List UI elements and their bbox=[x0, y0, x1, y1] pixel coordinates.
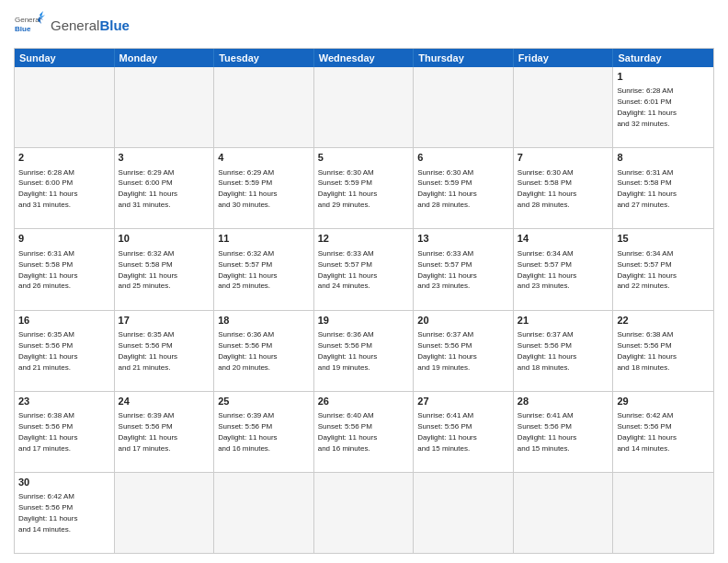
day-number: 17 bbox=[119, 314, 210, 327]
cell-sun-info: Sunrise: 6:38 AM Sunset: 5:56 PM Dayligh… bbox=[18, 411, 77, 453]
calendar-cell: 2Sunrise: 6:28 AM Sunset: 6:00 PM Daylig… bbox=[15, 148, 115, 228]
calendar-cell: 1Sunrise: 6:28 AM Sunset: 6:01 PM Daylig… bbox=[613, 67, 713, 147]
calendar-week-row: 16Sunrise: 6:35 AM Sunset: 5:56 PM Dayli… bbox=[15, 310, 713, 391]
calendar-cell: 29Sunrise: 6:42 AM Sunset: 5:56 PM Dayli… bbox=[613, 392, 713, 472]
day-number: 10 bbox=[119, 232, 210, 246]
cell-sun-info: Sunrise: 6:28 AM Sunset: 6:00 PM Dayligh… bbox=[18, 168, 77, 210]
calendar-cell bbox=[414, 473, 514, 553]
calendar-cell: 12Sunrise: 6:33 AM Sunset: 5:57 PM Dayli… bbox=[314, 229, 415, 309]
calendar-week-row: 2Sunrise: 6:28 AM Sunset: 6:00 PM Daylig… bbox=[15, 147, 713, 228]
calendar-cell: 16Sunrise: 6:35 AM Sunset: 5:56 PM Dayli… bbox=[15, 311, 115, 391]
day-number: 7 bbox=[518, 151, 609, 165]
svg-text:Blue: Blue bbox=[15, 25, 31, 33]
calendar-cell: 13Sunrise: 6:33 AM Sunset: 5:57 PM Dayli… bbox=[414, 229, 514, 309]
calendar-cell: 22Sunrise: 6:38 AM Sunset: 5:56 PM Dayli… bbox=[613, 311, 713, 391]
day-number: 25 bbox=[218, 395, 310, 408]
day-number: 11 bbox=[218, 232, 310, 246]
calendar-cell: 8Sunrise: 6:31 AM Sunset: 5:58 PM Daylig… bbox=[613, 148, 713, 228]
cell-sun-info: Sunrise: 6:38 AM Sunset: 5:56 PM Dayligh… bbox=[617, 330, 676, 372]
calendar-cell bbox=[414, 67, 514, 147]
calendar-header-cell: Tuesday bbox=[214, 49, 314, 67]
calendar-cell: 27Sunrise: 6:41 AM Sunset: 5:56 PM Dayli… bbox=[414, 392, 514, 472]
cell-sun-info: Sunrise: 6:32 AM Sunset: 5:58 PM Dayligh… bbox=[119, 249, 177, 291]
calendar-header: SundayMondayTuesdayWednesdayThursdayFrid… bbox=[15, 49, 713, 67]
day-number: 27 bbox=[417, 395, 509, 408]
day-number: 1 bbox=[617, 70, 710, 84]
cell-sun-info: Sunrise: 6:39 AM Sunset: 5:56 PM Dayligh… bbox=[218, 411, 277, 453]
day-number: 3 bbox=[119, 151, 210, 165]
day-number: 6 bbox=[417, 151, 509, 165]
calendar-header-cell: Thursday bbox=[414, 49, 514, 67]
cell-sun-info: Sunrise: 6:34 AM Sunset: 5:57 PM Dayligh… bbox=[518, 249, 576, 291]
cell-sun-info: Sunrise: 6:30 AM Sunset: 5:59 PM Dayligh… bbox=[417, 168, 476, 210]
calendar-cell: 3Sunrise: 6:29 AM Sunset: 6:00 PM Daylig… bbox=[115, 148, 215, 228]
logo-blue-text: Blue bbox=[99, 17, 130, 33]
cell-sun-info: Sunrise: 6:37 AM Sunset: 5:56 PM Dayligh… bbox=[417, 330, 476, 372]
calendar-cell: 20Sunrise: 6:37 AM Sunset: 5:56 PM Dayli… bbox=[414, 311, 514, 391]
calendar-cell bbox=[115, 473, 215, 553]
cell-sun-info: Sunrise: 6:40 AM Sunset: 5:56 PM Dayligh… bbox=[318, 411, 377, 453]
calendar-cell: 11Sunrise: 6:32 AM Sunset: 5:57 PM Dayli… bbox=[214, 229, 314, 309]
calendar-header-cell: Sunday bbox=[15, 49, 115, 67]
day-number: 4 bbox=[218, 151, 310, 165]
calendar-cell: 5Sunrise: 6:30 AM Sunset: 5:59 PM Daylig… bbox=[314, 148, 415, 228]
calendar-header-cell: Wednesday bbox=[314, 49, 415, 67]
calendar-week-row: 1Sunrise: 6:28 AM Sunset: 6:01 PM Daylig… bbox=[15, 67, 713, 147]
logo: General Blue GeneralBlue bbox=[14, 9, 130, 42]
calendar-cell: 19Sunrise: 6:36 AM Sunset: 5:56 PM Dayli… bbox=[314, 311, 415, 391]
calendar-cell: 21Sunrise: 6:37 AM Sunset: 5:56 PM Dayli… bbox=[514, 311, 614, 391]
calendar-cell bbox=[514, 473, 614, 553]
day-number: 14 bbox=[518, 232, 609, 246]
calendar-cell: 18Sunrise: 6:36 AM Sunset: 5:56 PM Dayli… bbox=[214, 311, 314, 391]
calendar-cell bbox=[214, 473, 314, 553]
day-number: 29 bbox=[617, 395, 710, 408]
cell-sun-info: Sunrise: 6:30 AM Sunset: 5:59 PM Dayligh… bbox=[318, 168, 377, 210]
calendar-cell: 6Sunrise: 6:30 AM Sunset: 5:59 PM Daylig… bbox=[414, 148, 514, 228]
calendar-cell: 25Sunrise: 6:39 AM Sunset: 5:56 PM Dayli… bbox=[214, 392, 314, 472]
day-number: 30 bbox=[18, 476, 110, 489]
cell-sun-info: Sunrise: 6:31 AM Sunset: 5:58 PM Dayligh… bbox=[18, 249, 77, 291]
cell-sun-info: Sunrise: 6:30 AM Sunset: 5:58 PM Dayligh… bbox=[518, 168, 576, 210]
calendar-cell: 30Sunrise: 6:42 AM Sunset: 5:56 PM Dayli… bbox=[15, 473, 115, 553]
calendar-cell bbox=[115, 67, 215, 147]
calendar-body: 1Sunrise: 6:28 AM Sunset: 6:01 PM Daylig… bbox=[15, 67, 713, 553]
day-number: 5 bbox=[318, 151, 410, 165]
calendar-cell: 28Sunrise: 6:41 AM Sunset: 5:56 PM Dayli… bbox=[514, 392, 614, 472]
calendar-cell: 4Sunrise: 6:29 AM Sunset: 5:59 PM Daylig… bbox=[214, 148, 314, 228]
day-number: 18 bbox=[218, 314, 310, 327]
calendar-cell: 10Sunrise: 6:32 AM Sunset: 5:58 PM Dayli… bbox=[115, 229, 215, 309]
cell-sun-info: Sunrise: 6:36 AM Sunset: 5:56 PM Dayligh… bbox=[318, 330, 377, 372]
day-number: 23 bbox=[18, 395, 110, 408]
cell-sun-info: Sunrise: 6:41 AM Sunset: 5:56 PM Dayligh… bbox=[518, 411, 576, 453]
cell-sun-info: Sunrise: 6:37 AM Sunset: 5:56 PM Dayligh… bbox=[518, 330, 576, 372]
day-number: 2 bbox=[18, 151, 110, 165]
cell-sun-info: Sunrise: 6:36 AM Sunset: 5:56 PM Dayligh… bbox=[218, 330, 277, 372]
calendar-cell: 7Sunrise: 6:30 AM Sunset: 5:58 PM Daylig… bbox=[514, 148, 614, 228]
cell-sun-info: Sunrise: 6:28 AM Sunset: 6:01 PM Dayligh… bbox=[617, 86, 676, 128]
cell-sun-info: Sunrise: 6:42 AM Sunset: 5:56 PM Dayligh… bbox=[18, 492, 77, 534]
day-number: 8 bbox=[617, 151, 710, 165]
day-number: 9 bbox=[18, 232, 110, 246]
calendar-cell bbox=[314, 473, 415, 553]
calendar-cell: 9Sunrise: 6:31 AM Sunset: 5:58 PM Daylig… bbox=[15, 229, 115, 309]
calendar-cell: 23Sunrise: 6:38 AM Sunset: 5:56 PM Dayli… bbox=[15, 392, 115, 472]
logo-general-text: General bbox=[51, 17, 99, 33]
cell-sun-info: Sunrise: 6:34 AM Sunset: 5:57 PM Dayligh… bbox=[617, 249, 676, 291]
calendar-header-cell: Saturday bbox=[613, 49, 713, 67]
day-number: 13 bbox=[417, 232, 509, 246]
cell-sun-info: Sunrise: 6:33 AM Sunset: 5:57 PM Dayligh… bbox=[417, 249, 476, 291]
day-number: 20 bbox=[417, 314, 509, 327]
calendar-header-cell: Friday bbox=[514, 49, 614, 67]
calendar-cell: 26Sunrise: 6:40 AM Sunset: 5:56 PM Dayli… bbox=[314, 392, 415, 472]
page: General Blue GeneralBlue SundayMondayTue… bbox=[0, 0, 728, 563]
day-number: 21 bbox=[518, 314, 609, 327]
day-number: 16 bbox=[18, 314, 110, 327]
calendar-cell: 24Sunrise: 6:39 AM Sunset: 5:56 PM Dayli… bbox=[115, 392, 215, 472]
calendar-week-row: 9Sunrise: 6:31 AM Sunset: 5:58 PM Daylig… bbox=[15, 228, 713, 309]
calendar-cell: 14Sunrise: 6:34 AM Sunset: 5:57 PM Dayli… bbox=[514, 229, 614, 309]
day-number: 19 bbox=[318, 314, 410, 327]
day-number: 12 bbox=[318, 232, 410, 246]
calendar-cell bbox=[514, 67, 614, 147]
day-number: 15 bbox=[617, 232, 710, 246]
calendar-cell bbox=[613, 473, 713, 553]
